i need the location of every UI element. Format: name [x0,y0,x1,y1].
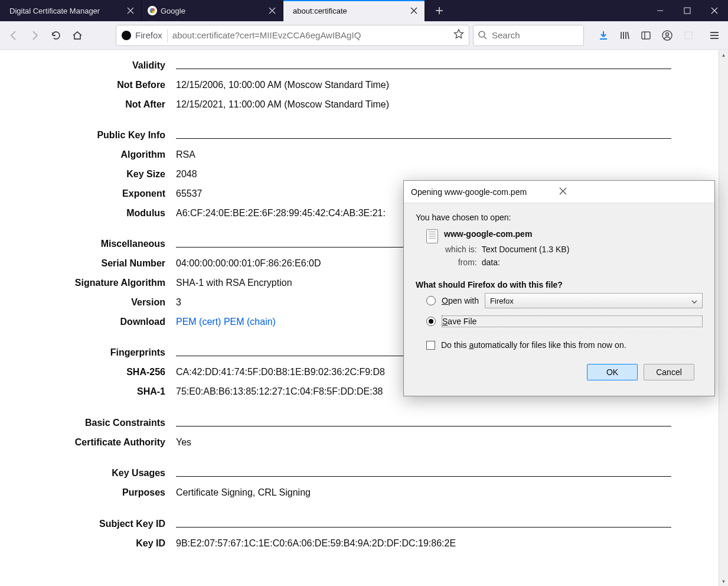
identity-box[interactable]: Firefox [121,30,162,41]
titlebar: Digital Certificate Manager Google about… [0,0,728,21]
value-not-after: 12/15/2021, 11:00:00 AM (Moscow Standard… [176,99,671,111]
svg-rect-6 [685,32,692,39]
from-label: from: [445,256,481,268]
firefox-icon [121,30,132,41]
value-keyid: 9B:E2:07:57:67:1C:1E:C0:6A:06:DE:59:B4:9… [176,538,671,550]
radio-open-with[interactable] [426,296,436,305]
label-exponent: Exponent [47,188,176,200]
save-file-label: Save File [442,317,476,326]
forward-button[interactable] [25,25,45,45]
value-algorithm: RSA [176,149,671,161]
svg-rect-0 [684,8,690,14]
open-with-select[interactable]: Firefox [485,293,703,308]
auto-row[interactable]: Do this automatically for files like thi… [416,337,703,353]
vertical-scrollbar[interactable]: ▲ ▼ [719,50,728,586]
label-ca: Certificate Authority [47,437,176,449]
menu-button[interactable] [704,25,724,45]
scroll-down-icon[interactable]: ▼ [719,577,728,586]
label-sigalg: Signature Algorithm [47,277,176,289]
svg-point-2 [479,31,485,37]
label-algorithm: Algorithm [47,149,176,161]
checkbox-auto[interactable] [426,341,435,350]
label-not-after: Not After [47,99,176,111]
home-button[interactable] [67,25,87,45]
chevron-down-icon [691,297,697,305]
svg-point-1 [122,31,131,40]
tab-certificate[interactable]: about:certificate [283,0,425,21]
open-with-row[interactable]: Open with Firefox [416,289,703,312]
dialog-title: Opening www-google-com.pem [411,187,559,197]
tab-dcm[interactable]: Digital Certificate Manager [0,0,142,21]
tab-label: about:certificate [293,6,406,15]
url-text: about:certificate?cert=MIIEvzCCA6egAwIBA… [172,30,449,40]
tab-label: Digital Certificate Manager [9,6,122,15]
identity-label: Firefox [135,30,162,40]
close-window-button[interactable] [701,0,728,21]
url-bar[interactable]: Firefox about:certificate?cert=MIIEvzCCA… [116,25,469,46]
label-version: Version [47,297,176,309]
downloads-button[interactable] [593,25,613,45]
tab-google[interactable]: Google [142,0,283,21]
account-button[interactable] [657,25,677,45]
cancel-button[interactable]: Cancel [644,364,694,380]
svg-rect-3 [642,32,650,39]
auto-label: Do this automatically for files like thi… [441,340,626,350]
label-keyid: Key ID [47,538,176,550]
save-file-row[interactable]: Save File [416,312,703,331]
which-is-label: which is: [445,243,481,255]
section-basicconstraints: Basic Constraints [47,417,176,429]
section-misc: Miscellaneous [47,238,176,250]
which-is-value: Text Document (1.3 KB) [482,243,570,255]
section-subjectkeyid: Subject Key ID [47,518,176,530]
maximize-button[interactable] [674,0,701,21]
tab-label: Google [161,6,264,15]
close-icon[interactable] [409,6,419,15]
scroll-up-icon[interactable]: ▲ [719,50,728,60]
download-dialog: Opening www-google-com.pem You have chos… [403,180,715,396]
bookmark-star-icon[interactable] [453,29,464,41]
ok-button[interactable]: OK [587,364,638,380]
sidebar-button[interactable] [636,25,656,45]
close-icon[interactable] [267,6,277,15]
open-with-app: Firefox [490,297,514,305]
section-pubkey: Public Key Info [47,129,176,142]
toolbar: Firefox about:certificate?cert=MIIEvzCCA… [0,21,728,50]
value-ca: Yes [176,437,671,449]
open-with-label: Open with [442,296,479,305]
section-fingerprints: Fingerprints [47,347,176,359]
label-serial: Serial Number [47,258,176,270]
label-not-before: Not Before [47,79,176,92]
new-tab-button[interactable] [429,0,450,21]
separator [167,29,168,42]
minimize-button[interactable] [647,0,674,21]
back-button[interactable] [4,25,24,45]
search-placeholder: Search [492,30,520,40]
library-button[interactable] [615,25,635,45]
label-key-size: Key Size [47,168,176,181]
search-bar[interactable]: Search [473,25,584,46]
value-not-before: 12/15/2006, 10:00:00 AM (Moscow Standard… [176,79,671,92]
google-icon [148,6,157,15]
svg-point-5 [666,32,669,35]
dialog-question: What should Firefox do with this file? [416,280,703,289]
label-sha1: SHA-1 [47,386,176,398]
file-icon [426,229,438,243]
dialog-chosen-text: You have chosen to open: [416,213,703,222]
dialog-close-icon[interactable] [559,187,707,197]
extension-button[interactable] [678,25,698,45]
section-keyusages: Key Usages [47,467,176,480]
reload-button[interactable] [46,25,66,45]
label-purposes: Purposes [47,487,176,499]
section-validity: Validity [47,60,176,72]
value-purposes: Certificate Signing, CRL Signing [176,487,671,499]
from-value: data: [482,256,570,268]
label-modulus: Modulus [47,207,176,220]
radio-save-file[interactable] [426,317,436,326]
dialog-filename: www-google-com.pem [444,229,570,239]
value-key-size: 2048 [176,168,671,181]
search-icon [478,31,487,40]
close-icon[interactable] [126,6,135,15]
label-sha256: SHA-256 [47,366,176,379]
download-pem-chain[interactable]: PEM (chain) [224,317,276,327]
download-pem-cert[interactable]: PEM (cert) [176,317,221,327]
